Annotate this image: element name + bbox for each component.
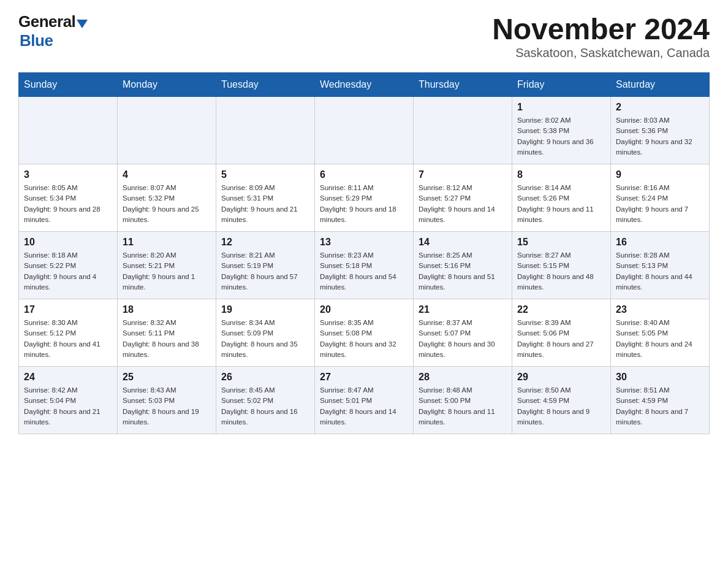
- calendar-cell: 14Sunrise: 8:25 AM Sunset: 5:16 PM Dayli…: [414, 232, 512, 299]
- calendar-cell: 6Sunrise: 8:11 AM Sunset: 5:29 PM Daylig…: [315, 164, 414, 232]
- calendar-week-3: 10Sunrise: 8:18 AM Sunset: 5:22 PM Dayli…: [19, 232, 710, 299]
- day-info: Sunrise: 8:42 AM Sunset: 5:04 PM Dayligh…: [24, 385, 112, 427]
- day-number: 16: [616, 237, 704, 248]
- day-number: 28: [419, 372, 507, 383]
- day-info: Sunrise: 8:35 AM Sunset: 5:08 PM Dayligh…: [320, 318, 408, 360]
- calendar-cell: 26Sunrise: 8:45 AM Sunset: 5:02 PM Dayli…: [216, 367, 315, 434]
- day-number: 15: [517, 237, 605, 248]
- day-info: Sunrise: 8:12 AM Sunset: 5:27 PM Dayligh…: [419, 183, 507, 225]
- day-number: 27: [320, 372, 408, 383]
- day-number: 1: [517, 102, 605, 113]
- day-info: Sunrise: 8:07 AM Sunset: 5:32 PM Dayligh…: [123, 183, 211, 225]
- title-area: November 2024 Saskatoon, Saskatchewan, C…: [492, 12, 710, 60]
- day-number: 29: [517, 372, 605, 383]
- col-thursday: Thursday: [414, 73, 512, 97]
- calendar-table: Sunday Monday Tuesday Wednesday Thursday…: [18, 72, 710, 434]
- day-info: Sunrise: 8:09 AM Sunset: 5:31 PM Dayligh…: [221, 183, 309, 225]
- day-info: Sunrise: 8:30 AM Sunset: 5:12 PM Dayligh…: [24, 318, 112, 360]
- col-saturday: Saturday: [611, 73, 710, 97]
- day-info: Sunrise: 8:14 AM Sunset: 5:26 PM Dayligh…: [517, 183, 605, 225]
- day-number: 7: [419, 169, 507, 180]
- calendar-cell: 24Sunrise: 8:42 AM Sunset: 5:04 PM Dayli…: [19, 367, 118, 434]
- calendar-cell: 5Sunrise: 8:09 AM Sunset: 5:31 PM Daylig…: [216, 164, 315, 232]
- day-info: Sunrise: 8:18 AM Sunset: 5:22 PM Dayligh…: [24, 250, 112, 293]
- day-number: 11: [123, 237, 211, 248]
- calendar-cell: 1Sunrise: 8:02 AM Sunset: 5:38 PM Daylig…: [512, 97, 611, 164]
- day-number: 13: [320, 237, 408, 248]
- logo-blue-text: Blue: [20, 31, 53, 50]
- day-number: 14: [419, 237, 507, 248]
- day-number: 19: [221, 304, 309, 315]
- day-number: 6: [320, 169, 408, 180]
- col-monday: Monday: [118, 73, 216, 97]
- calendar-cell: 2Sunrise: 8:03 AM Sunset: 5:36 PM Daylig…: [611, 97, 710, 164]
- calendar-cell: [315, 97, 414, 164]
- logo: General Blue: [18, 12, 88, 50]
- day-info: Sunrise: 8:16 AM Sunset: 5:24 PM Dayligh…: [616, 183, 704, 225]
- day-number: 10: [24, 237, 112, 248]
- calendar-cell: 4Sunrise: 8:07 AM Sunset: 5:32 PM Daylig…: [118, 164, 216, 232]
- calendar-cell: 28Sunrise: 8:48 AM Sunset: 5:00 PM Dayli…: [414, 367, 512, 434]
- logo-general-text: General: [18, 12, 75, 31]
- day-info: Sunrise: 8:40 AM Sunset: 5:05 PM Dayligh…: [616, 318, 704, 360]
- col-tuesday: Tuesday: [216, 73, 315, 97]
- day-info: Sunrise: 8:43 AM Sunset: 5:03 PM Dayligh…: [123, 385, 211, 427]
- calendar-cell: 21Sunrise: 8:37 AM Sunset: 5:07 PM Dayli…: [414, 299, 512, 367]
- calendar-week-2: 3Sunrise: 8:05 AM Sunset: 5:34 PM Daylig…: [19, 164, 710, 232]
- day-number: 20: [320, 304, 408, 315]
- day-info: Sunrise: 8:37 AM Sunset: 5:07 PM Dayligh…: [419, 318, 507, 360]
- calendar-cell: 9Sunrise: 8:16 AM Sunset: 5:24 PM Daylig…: [611, 164, 710, 232]
- calendar-cell: 3Sunrise: 8:05 AM Sunset: 5:34 PM Daylig…: [19, 164, 118, 232]
- day-info: Sunrise: 8:34 AM Sunset: 5:09 PM Dayligh…: [221, 318, 309, 360]
- day-number: 3: [24, 169, 112, 180]
- day-number: 2: [616, 102, 704, 113]
- day-info: Sunrise: 8:39 AM Sunset: 5:06 PM Dayligh…: [517, 318, 605, 360]
- day-number: 5: [221, 169, 309, 180]
- day-number: 12: [221, 237, 309, 248]
- calendar-cell: 25Sunrise: 8:43 AM Sunset: 5:03 PM Dayli…: [118, 367, 216, 434]
- day-number: 9: [616, 169, 704, 180]
- day-info: Sunrise: 8:05 AM Sunset: 5:34 PM Dayligh…: [24, 183, 112, 225]
- calendar-header-row: Sunday Monday Tuesday Wednesday Thursday…: [19, 73, 710, 97]
- day-info: Sunrise: 8:11 AM Sunset: 5:29 PM Dayligh…: [320, 183, 408, 225]
- calendar-cell: 27Sunrise: 8:47 AM Sunset: 5:01 PM Dayli…: [315, 367, 414, 434]
- calendar-cell: 10Sunrise: 8:18 AM Sunset: 5:22 PM Dayli…: [19, 232, 118, 299]
- calendar-week-1: 1Sunrise: 8:02 AM Sunset: 5:38 PM Daylig…: [19, 97, 710, 164]
- calendar-cell: [118, 97, 216, 164]
- calendar-cell: 18Sunrise: 8:32 AM Sunset: 5:11 PM Dayli…: [118, 299, 216, 367]
- location-text: Saskatoon, Saskatchewan, Canada: [492, 46, 710, 60]
- day-number: 30: [616, 372, 704, 383]
- calendar-cell: 20Sunrise: 8:35 AM Sunset: 5:08 PM Dayli…: [315, 299, 414, 367]
- day-number: 24: [24, 372, 112, 383]
- day-info: Sunrise: 8:02 AM Sunset: 5:38 PM Dayligh…: [517, 115, 605, 158]
- calendar-cell: [414, 97, 512, 164]
- calendar-cell: 16Sunrise: 8:28 AM Sunset: 5:13 PM Dayli…: [611, 232, 710, 299]
- day-info: Sunrise: 8:47 AM Sunset: 5:01 PM Dayligh…: [320, 385, 408, 427]
- day-number: 8: [517, 169, 605, 180]
- day-info: Sunrise: 8:45 AM Sunset: 5:02 PM Dayligh…: [221, 385, 309, 427]
- day-number: 4: [123, 169, 211, 180]
- day-number: 17: [24, 304, 112, 315]
- day-info: Sunrise: 8:51 AM Sunset: 4:59 PM Dayligh…: [616, 385, 704, 427]
- calendar-cell: 7Sunrise: 8:12 AM Sunset: 5:27 PM Daylig…: [414, 164, 512, 232]
- calendar-cell: [19, 97, 118, 164]
- calendar-week-5: 24Sunrise: 8:42 AM Sunset: 5:04 PM Dayli…: [19, 367, 710, 434]
- calendar-cell: 29Sunrise: 8:50 AM Sunset: 4:59 PM Dayli…: [512, 367, 611, 434]
- logo-arrow-icon: [77, 20, 88, 28]
- calendar-cell: 30Sunrise: 8:51 AM Sunset: 4:59 PM Dayli…: [611, 367, 710, 434]
- calendar-cell: 15Sunrise: 8:27 AM Sunset: 5:15 PM Dayli…: [512, 232, 611, 299]
- col-sunday: Sunday: [19, 73, 118, 97]
- calendar-cell: 17Sunrise: 8:30 AM Sunset: 5:12 PM Dayli…: [19, 299, 118, 367]
- page-header: General Blue November 2024 Saskatoon, Sa…: [18, 12, 710, 60]
- day-info: Sunrise: 8:25 AM Sunset: 5:16 PM Dayligh…: [419, 250, 507, 293]
- calendar-cell: 12Sunrise: 8:21 AM Sunset: 5:19 PM Dayli…: [216, 232, 315, 299]
- calendar-cell: 11Sunrise: 8:20 AM Sunset: 5:21 PM Dayli…: [118, 232, 216, 299]
- day-info: Sunrise: 8:32 AM Sunset: 5:11 PM Dayligh…: [123, 318, 211, 360]
- day-info: Sunrise: 8:27 AM Sunset: 5:15 PM Dayligh…: [517, 250, 605, 293]
- day-number: 26: [221, 372, 309, 383]
- calendar-cell: 19Sunrise: 8:34 AM Sunset: 5:09 PM Dayli…: [216, 299, 315, 367]
- day-info: Sunrise: 8:21 AM Sunset: 5:19 PM Dayligh…: [221, 250, 309, 293]
- day-number: 22: [517, 304, 605, 315]
- day-info: Sunrise: 8:23 AM Sunset: 5:18 PM Dayligh…: [320, 250, 408, 293]
- day-info: Sunrise: 8:20 AM Sunset: 5:21 PM Dayligh…: [123, 250, 211, 293]
